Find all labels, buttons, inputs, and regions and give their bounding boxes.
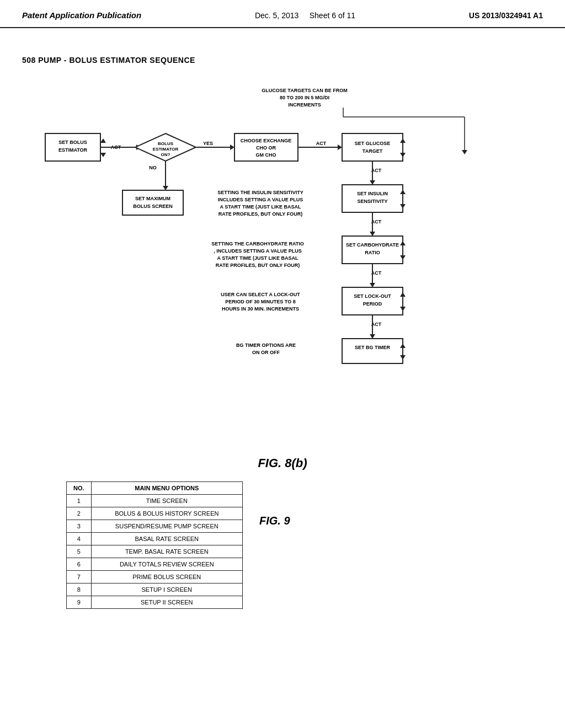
svg-text:80 TO 200 IN 5 MG/DI: 80 TO 200 IN 5 MG/DI — [280, 95, 329, 100]
fig-9-label: FIG. 9 — [259, 515, 290, 527]
svg-text:ACT: ACT — [316, 141, 327, 146]
svg-text:CHO OR: CHO OR — [256, 145, 276, 151]
table-row: 3SUSPEND/RESUME PUMP SCREEN — [67, 520, 243, 533]
svg-marker-75 — [370, 334, 375, 339]
svg-text:ON?: ON? — [161, 152, 170, 157]
svg-text:SETTING THE INSULIN SENSITIVIT: SETTING THE INSULIN SENSITIVITY — [217, 190, 303, 195]
page-header: Patent Application Publication Dec. 5, 2… — [0, 0, 565, 28]
table-cell-option: TEMP. BASAL RATE SCREEN — [91, 545, 242, 558]
table-cell-option: SUSPEND/RESUME PUMP SCREEN — [91, 520, 242, 533]
svg-text:CHOOSE EXCHANGE: CHOOSE EXCHANGE — [241, 138, 292, 143]
svg-marker-40 — [370, 180, 375, 185]
patent-number-text: US 2013/0324941 A1 — [469, 11, 543, 20]
svg-text:HOURS IN 30 MIN. INCREMENTS: HOURS IN 30 MIN. INCREMENTS — [222, 306, 299, 312]
svg-text:RATE PROFILES, BUT ONLY FOUR): RATE PROFILES, BUT ONLY FOUR) — [216, 263, 300, 268]
table-row: 1TIME SCREEN — [67, 495, 243, 507]
table-row: 8SETUP I SCREEN — [67, 584, 243, 596]
date-text: Dec. 5, 2013 — [255, 11, 299, 20]
svg-text:SET BOLUS: SET BOLUS — [58, 140, 87, 145]
svg-text:A START TIME (JUST LIKE  BASAL: A START TIME (JUST LIKE BASAL — [220, 204, 301, 210]
svg-text:, INCLUDES SETTING A VALUE PLU: , INCLUDES SETTING A VALUE PLUS — [214, 248, 302, 254]
svg-marker-32 — [338, 144, 342, 150]
table-row: 4BASAL RATE SCREEN — [67, 533, 243, 545]
flowchart-container: GLUCOSE TARGETS CAN BE FROM 80 TO 200 IN… — [34, 76, 531, 451]
table-cell-no: 2 — [67, 507, 92, 520]
svg-text:BG TIMER OPTIONS ARE: BG TIMER OPTIONS ARE — [236, 342, 296, 348]
svg-text:GLUCOSE TARGETS CAN BE FROM: GLUCOSE TARGETS CAN BE FROM — [262, 88, 347, 93]
svg-text:USER CAN SELECT A LOCK-OUT: USER CAN SELECT A LOCK-OUT — [221, 292, 300, 297]
svg-marker-6 — [462, 150, 467, 154]
table-cell-no: 6 — [67, 558, 92, 571]
svg-text:SETTING THE CARBOHYDRATE RATIO: SETTING THE CARBOHYDRATE RATIO — [211, 241, 304, 247]
header-patent-number: US 2013/0324941 A1 — [469, 10, 543, 22]
svg-marker-82 — [100, 138, 106, 143]
svg-text:PERIOD: PERIOD — [363, 301, 382, 307]
svg-text:YES: YES — [203, 141, 213, 146]
header-publication-label: Patent Application Publication — [22, 10, 141, 21]
table-cell-option: BOLUS & BOLUS HISTORY SCREEN — [91, 507, 242, 520]
table-header-options: MAIN MENU OPTIONS — [91, 482, 242, 495]
header-date-sheet: Dec. 5, 2013 Sheet 6 of 11 — [255, 10, 355, 22]
svg-text:TARGET: TARGET — [363, 148, 383, 154]
svg-text:SET CARBOHYDRATE: SET CARBOHYDRATE — [346, 242, 399, 248]
svg-text:INCREMENTS: INCREMENTS — [288, 102, 321, 108]
svg-text:INCLUDES SETTING A VALUE PLUS: INCLUDES SETTING A VALUE PLUS — [218, 197, 303, 202]
table-cell-no: 8 — [67, 584, 92, 596]
svg-text:BOLUS SCREEN: BOLUS SCREEN — [133, 204, 173, 209]
svg-marker-19 — [230, 144, 234, 150]
flowchart-title: 508 PUMP - BOLUS ESTIMATOR SEQUENCE — [22, 56, 543, 65]
table-section: NO. MAIN MENU OPTIONS 1TIME SCREEN2BOLUS… — [22, 481, 543, 609]
svg-text:RATIO: RATIO — [365, 250, 380, 255]
svg-text:SET INSULIN: SET INSULIN — [357, 191, 388, 196]
svg-rect-33 — [342, 133, 403, 161]
main-content: 508 PUMP - BOLUS ESTIMATOR SEQUENCE GLUC… — [0, 28, 565, 620]
svg-text:NO: NO — [149, 165, 157, 170]
table-cell-no: 5 — [67, 545, 92, 558]
table-row: 9SETUP II SCREEN — [67, 596, 243, 609]
table-row: 6DAILY TOTALS REVIEW SCREEN — [67, 558, 243, 571]
svg-text:ESTIMATOR: ESTIMATOR — [153, 147, 179, 152]
fig-8b-label: FIG. 8(b) — [22, 456, 543, 470]
svg-text:GM CHO: GM CHO — [256, 152, 276, 158]
table-cell-no: 4 — [67, 533, 92, 545]
svg-rect-78 — [342, 339, 403, 363]
table-row: 7PRIME BOLUS SCREEN — [67, 571, 243, 584]
svg-text:SET LOCK-OUT: SET LOCK-OUT — [354, 293, 391, 299]
svg-text:SET MAXIMUM: SET MAXIMUM — [135, 196, 170, 201]
svg-text:PERIOD OF 30 MINUTES TO 8: PERIOD OF 30 MINUTES TO 8 — [225, 299, 295, 304]
table-cell-option: DAILY TOTALS REVIEW SCREEN — [91, 558, 242, 571]
sheet-text: Sheet 6 of 11 — [310, 11, 355, 20]
svg-text:A START TIME (JUST LIKE  BASAL: A START TIME (JUST LIKE BASAL — [217, 255, 299, 261]
table-header-no: NO. — [67, 482, 92, 495]
svg-text:ESTIMATOR: ESTIMATOR — [58, 147, 88, 153]
svg-marker-64 — [370, 283, 375, 287]
svg-text:SENSITIVITY: SENSITIVITY — [357, 199, 387, 204]
svg-text:RATE PROFILES, BUT ONLY FOUR): RATE PROFILES, BUT ONLY FOUR) — [218, 211, 302, 217]
publication-text: Patent Application Publication — [22, 10, 141, 20]
table-row: 2BOLUS & BOLUS HISTORY SCREEN — [67, 507, 243, 520]
flowchart-svg: GLUCOSE TARGETS CAN BE FROM 80 TO 200 IN… — [34, 76, 509, 440]
svg-marker-52 — [370, 232, 375, 236]
table-cell-no: 9 — [67, 596, 92, 609]
menu-options-table: NO. MAIN MENU OPTIONS 1TIME SCREEN2BOLUS… — [66, 481, 243, 609]
table-cell-option: BASAL RATE SCREEN — [91, 533, 242, 545]
svg-text:ON OR OFF: ON OR OFF — [252, 350, 280, 355]
svg-rect-23 — [122, 190, 183, 215]
table-row: 5TEMP. BASAL RATE SCREEN — [67, 545, 243, 558]
svg-marker-83 — [100, 153, 106, 157]
table-cell-option: TIME SCREEN — [91, 495, 242, 507]
table-cell-option: SETUP I SCREEN — [91, 584, 242, 596]
svg-text:BOLUS: BOLUS — [158, 141, 174, 146]
svg-text:SET BG TIMER: SET BG TIMER — [355, 345, 391, 350]
svg-marker-22 — [163, 186, 168, 190]
table-cell-no: 1 — [67, 495, 92, 507]
table-cell-no: 7 — [67, 571, 92, 584]
svg-text:SET GLUCOSE: SET GLUCOSE — [355, 141, 391, 146]
table-cell-option: SETUP II SCREEN — [91, 596, 242, 609]
table-cell-no: 3 — [67, 520, 92, 533]
table-cell-option: PRIME BOLUS SCREEN — [91, 571, 242, 584]
